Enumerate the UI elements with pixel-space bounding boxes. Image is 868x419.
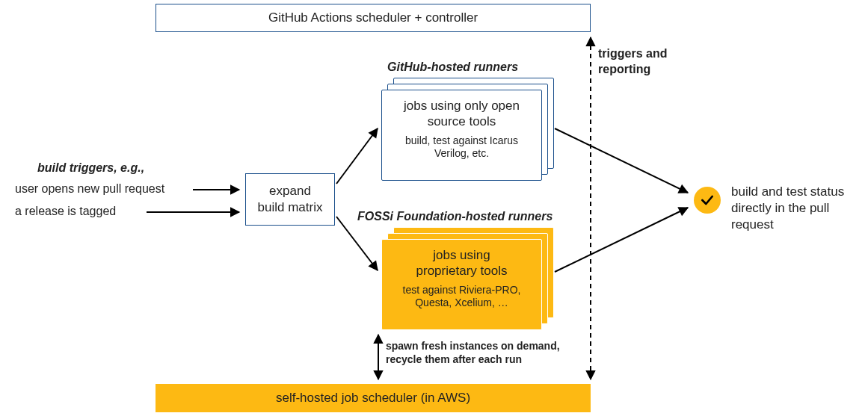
self-hosted-scheduler-box: self-hosted job scheduler (in AWS): [156, 384, 591, 412]
checkmark-icon: [700, 193, 715, 208]
svg-line-3: [336, 217, 378, 270]
proprietary-jobs-stack: jobs using proprietary tools test agains…: [381, 227, 554, 330]
proprietary-sub: test against Riviera-PRO, Questa, Xceliu…: [403, 284, 521, 310]
build-triggers-header: build triggers, e.g.,: [37, 161, 164, 175]
trigger-pull-request: user opens new pull request: [15, 182, 164, 196]
svg-line-2: [336, 128, 378, 184]
svg-line-5: [555, 208, 688, 272]
open-source-jobs-card: jobs using only open source tools build,…: [381, 90, 542, 181]
proprietary-title: jobs using proprietary tools: [416, 247, 508, 279]
expand-label-1: expand: [269, 183, 311, 199]
build-triggers-group: build triggers, e.g., user opens new pul…: [15, 161, 164, 227]
github-actions-scheduler-box: GitHub Actions scheduler + controller: [156, 4, 591, 32]
status-check-icon: [694, 187, 721, 214]
spawn-instances-label: spawn fresh instances on demand, recycle…: [386, 339, 580, 366]
trigger-release-tagged: a release is tagged: [15, 205, 164, 218]
svg-line-4: [555, 128, 688, 193]
expand-label-2: build matrix: [258, 199, 323, 216]
open-source-sub: build, test against Icarus Verilog, etc.: [405, 134, 518, 161]
fossi-hosted-runners-header: FOSSi Foundation-hosted runners: [357, 209, 552, 225]
github-actions-scheduler-label: GitHub Actions scheduler + controller: [268, 10, 478, 26]
status-text: build and test status directly in the pu…: [731, 184, 868, 233]
triggers-reporting-label: triggers and reporting: [598, 46, 667, 78]
open-source-jobs-stack: jobs using only open source tools build,…: [381, 78, 554, 181]
github-hosted-runners-header: GitHub-hosted runners: [387, 60, 518, 75]
open-source-title: jobs using only open source tools: [404, 98, 520, 130]
self-hosted-scheduler-label: self-hosted job scheduler (in AWS): [276, 390, 470, 406]
proprietary-jobs-card: jobs using proprietary tools test agains…: [381, 239, 542, 330]
expand-build-matrix-box: expand build matrix: [245, 173, 335, 226]
